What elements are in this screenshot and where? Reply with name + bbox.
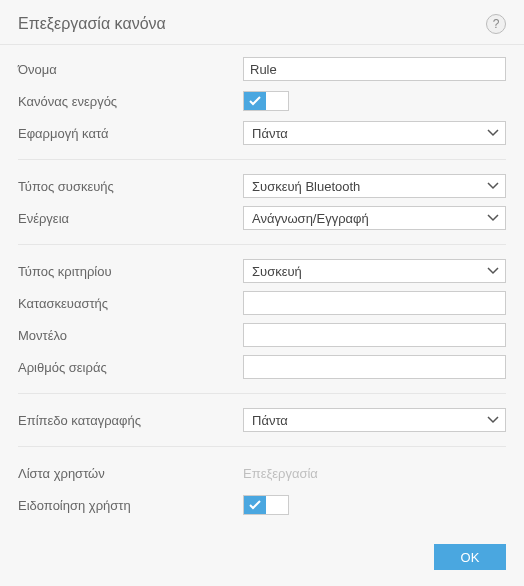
chevron-down-icon	[487, 214, 499, 222]
label-user-notice: Ειδοποίηση χρήστη	[18, 498, 243, 513]
label-log-level: Επίπεδο καταγραφής	[18, 413, 243, 428]
row-user-notice: Ειδοποίηση χρήστη	[18, 489, 506, 521]
criteria-type-value: Συσκευή	[252, 264, 302, 279]
divider	[18, 159, 506, 160]
label-action: Ενέργεια	[18, 211, 243, 226]
row-apply-during: Εφαρμογή κατά Πάντα	[18, 117, 506, 149]
label-device-type: Τύπος συσκευής	[18, 179, 243, 194]
chevron-down-icon	[487, 182, 499, 190]
row-rule-enabled: Κανόνας ενεργός	[18, 85, 506, 117]
log-level-select[interactable]: Πάντα	[243, 408, 506, 432]
chevron-down-icon	[487, 267, 499, 275]
apply-during-value: Πάντα	[252, 126, 288, 141]
model-input[interactable]	[243, 323, 506, 347]
divider	[18, 446, 506, 447]
check-icon	[249, 96, 261, 106]
row-manufacturer: Κατασκευαστής	[18, 287, 506, 319]
edit-rule-dialog: Επεξεργασία κανόνα ? Όνομα Κανόνας ενεργ…	[0, 0, 524, 586]
label-model: Μοντέλο	[18, 328, 243, 343]
divider	[18, 244, 506, 245]
criteria-type-select[interactable]: Συσκευή	[243, 259, 506, 283]
serial-input[interactable]	[243, 355, 506, 379]
row-criteria-type: Τύπος κριτηρίου Συσκευή	[18, 255, 506, 287]
device-type-select[interactable]: Συσκευή Bluetooth	[243, 174, 506, 198]
apply-during-select[interactable]: Πάντα	[243, 121, 506, 145]
name-input[interactable]	[243, 57, 506, 81]
row-user-list: Λίστα χρηστών Επεξεργασία	[18, 457, 506, 489]
ok-button[interactable]: OK	[434, 544, 506, 570]
user-list-edit-link[interactable]: Επεξεργασία	[243, 466, 318, 481]
row-device-type: Τύπος συσκευής Συσκευή Bluetooth	[18, 170, 506, 202]
log-level-value: Πάντα	[252, 413, 288, 428]
action-select[interactable]: Ανάγνωση/Εγγραφή	[243, 206, 506, 230]
label-name: Όνομα	[18, 62, 243, 77]
label-manufacturer: Κατασκευαστής	[18, 296, 243, 311]
rule-enabled-toggle[interactable]	[243, 91, 289, 111]
dialog-title: Επεξεργασία κανόνα	[18, 15, 166, 33]
label-rule-enabled: Κανόνας ενεργός	[18, 94, 243, 109]
label-criteria-type: Τύπος κριτηρίου	[18, 264, 243, 279]
row-action: Ενέργεια Ανάγνωση/Εγγραφή	[18, 202, 506, 234]
user-notice-toggle[interactable]	[243, 495, 289, 515]
divider	[18, 393, 506, 394]
label-user-list: Λίστα χρηστών	[18, 466, 243, 481]
dialog-body: Όνομα Κανόνας ενεργός Εφαρμ	[0, 45, 524, 532]
row-model: Μοντέλο	[18, 319, 506, 351]
label-serial: Αριθμός σειράς	[18, 360, 243, 375]
row-serial: Αριθμός σειράς	[18, 351, 506, 383]
label-apply-during: Εφαρμογή κατά	[18, 126, 243, 141]
chevron-down-icon	[487, 129, 499, 137]
dialog-footer: OK	[0, 532, 524, 586]
dialog-header: Επεξεργασία κανόνα ?	[0, 0, 524, 45]
help-icon[interactable]: ?	[486, 14, 506, 34]
row-name: Όνομα	[18, 53, 506, 85]
row-log-level: Επίπεδο καταγραφής Πάντα	[18, 404, 506, 436]
chevron-down-icon	[487, 416, 499, 424]
action-value: Ανάγνωση/Εγγραφή	[252, 211, 369, 226]
device-type-value: Συσκευή Bluetooth	[252, 179, 360, 194]
manufacturer-input[interactable]	[243, 291, 506, 315]
check-icon	[249, 500, 261, 510]
